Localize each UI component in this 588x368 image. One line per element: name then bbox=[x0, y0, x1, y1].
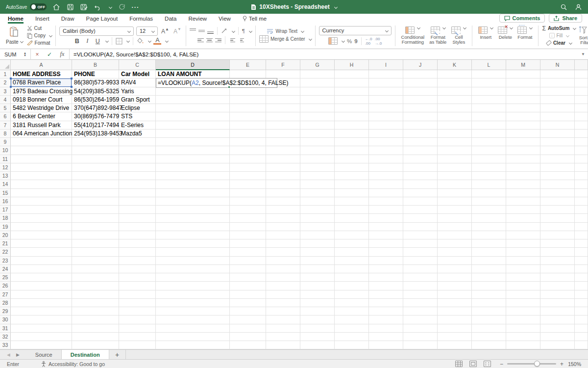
cell-L21[interactable] bbox=[472, 239, 506, 248]
row-header-4[interactable]: 4 bbox=[0, 96, 11, 104]
cell-C31[interactable] bbox=[119, 324, 156, 333]
cell-B15[interactable] bbox=[72, 189, 119, 197]
cell-G9[interactable] bbox=[300, 138, 335, 146]
cell-partial-6[interactable] bbox=[575, 112, 588, 121]
cell-J26[interactable] bbox=[403, 282, 438, 290]
cell-partial-3[interactable] bbox=[575, 87, 588, 96]
copy-chevron-icon[interactable] bbox=[49, 34, 52, 37]
cell-I26[interactable] bbox=[369, 282, 403, 290]
cell-A2[interactable]: 0768 Raven Place bbox=[11, 79, 72, 87]
cell-I25[interactable] bbox=[369, 273, 403, 282]
cell-K2[interactable] bbox=[438, 79, 472, 87]
cell-L14[interactable] bbox=[472, 180, 506, 188]
cell-K14[interactable] bbox=[438, 180, 472, 188]
undo-icon[interactable] bbox=[94, 3, 101, 11]
cell-styles-button[interactable]: CellStyles bbox=[449, 26, 468, 45]
cell-I17[interactable] bbox=[369, 206, 403, 214]
cell-A23[interactable] bbox=[11, 257, 72, 265]
cell-C14[interactable] bbox=[119, 180, 156, 188]
row-header-25[interactable]: 25 bbox=[0, 273, 11, 282]
cell-L15[interactable] bbox=[472, 189, 506, 197]
cell-H23[interactable] bbox=[335, 257, 369, 265]
cell-A29[interactable] bbox=[11, 307, 72, 315]
cell-A31[interactable] bbox=[11, 324, 72, 333]
cell-A22[interactable] bbox=[11, 248, 72, 256]
cell-K33[interactable] bbox=[438, 341, 472, 349]
sheet-next-icon[interactable]: ▶ bbox=[16, 352, 20, 357]
cell-A5[interactable]: 5482 Westridge Drive bbox=[11, 104, 72, 112]
cell-N24[interactable] bbox=[540, 265, 575, 273]
cell-I33[interactable] bbox=[369, 341, 403, 349]
cell-K9[interactable] bbox=[438, 138, 472, 146]
cell-H21[interactable] bbox=[335, 239, 369, 248]
cell-G13[interactable] bbox=[300, 172, 335, 180]
cell-H4[interactable] bbox=[335, 96, 369, 104]
cell-F15[interactable] bbox=[266, 189, 300, 197]
comma-style-button[interactable]: 9 bbox=[354, 38, 357, 44]
cell-N6[interactable] bbox=[540, 112, 575, 121]
cell-B8[interactable]: 254(953)138-9453 bbox=[72, 130, 119, 138]
bold-button[interactable]: B bbox=[73, 38, 81, 45]
cell-I9[interactable] bbox=[369, 138, 403, 146]
cell-J5[interactable] bbox=[403, 104, 438, 112]
cell-F30[interactable] bbox=[266, 315, 300, 324]
cell-K22[interactable] bbox=[438, 248, 472, 256]
cell-N16[interactable] bbox=[540, 197, 575, 206]
column-header-N[interactable]: N bbox=[540, 60, 575, 70]
cell-N33[interactable] bbox=[540, 341, 575, 349]
row-header-2[interactable]: 2 bbox=[0, 79, 11, 87]
cell-N29[interactable] bbox=[540, 307, 575, 315]
cell-partial-17[interactable] bbox=[575, 206, 588, 214]
sort-filter-button[interactable]: Sort &Filter bbox=[576, 26, 588, 46]
cell-A12[interactable] bbox=[11, 163, 72, 172]
cell-G16[interactable] bbox=[300, 197, 335, 206]
cell-F21[interactable] bbox=[266, 239, 300, 248]
expand-formula-bar-icon[interactable]: ▼ bbox=[578, 52, 588, 56]
underline-button[interactable]: U bbox=[94, 38, 101, 45]
cell-H13[interactable] bbox=[335, 172, 369, 180]
cell-F16[interactable] bbox=[266, 197, 300, 206]
cell-K5[interactable] bbox=[438, 104, 472, 112]
cell-E17[interactable] bbox=[230, 206, 266, 214]
cell-G6[interactable] bbox=[300, 112, 335, 121]
cell-F29[interactable] bbox=[266, 307, 300, 315]
cell-F31[interactable] bbox=[266, 324, 300, 333]
row-header-6[interactable]: 6 bbox=[0, 112, 11, 121]
cell-D13[interactable] bbox=[156, 172, 230, 180]
cell-partial-21[interactable] bbox=[575, 239, 588, 248]
cell-N8[interactable] bbox=[540, 130, 575, 138]
account-icon[interactable] bbox=[574, 3, 582, 11]
cell-A24[interactable] bbox=[11, 265, 72, 273]
cell-C3[interactable]: Yaris bbox=[119, 87, 156, 96]
orientation-chevron-icon[interactable] bbox=[232, 29, 235, 32]
cell-F4[interactable] bbox=[266, 96, 300, 104]
cell-M12[interactable] bbox=[506, 163, 540, 172]
cell-G19[interactable] bbox=[300, 223, 335, 231]
cell-B26[interactable] bbox=[72, 282, 119, 290]
fill-handle[interactable] bbox=[228, 86, 230, 88]
cell-partial-31[interactable] bbox=[575, 324, 588, 333]
format-cells-button[interactable]: Format bbox=[515, 26, 535, 45]
cell-N26[interactable] bbox=[540, 282, 575, 290]
paste-chevron-icon[interactable] bbox=[20, 40, 24, 43]
cell-K31[interactable] bbox=[438, 324, 472, 333]
cell-M10[interactable] bbox=[506, 146, 540, 155]
cell-H8[interactable] bbox=[335, 130, 369, 138]
cell-A26[interactable] bbox=[11, 282, 72, 290]
cell-M4[interactable] bbox=[506, 96, 540, 104]
cell-F18[interactable] bbox=[266, 214, 300, 222]
row-header-8[interactable]: 8 bbox=[0, 130, 11, 138]
cell-M33[interactable] bbox=[506, 341, 540, 349]
sheet-tab-destination[interactable]: Destination bbox=[62, 350, 109, 359]
cell-B1[interactable]: PHONE bbox=[72, 70, 119, 79]
cell-I8[interactable] bbox=[369, 130, 403, 138]
cell-F26[interactable] bbox=[266, 282, 300, 290]
cell-N25[interactable] bbox=[540, 273, 575, 282]
cell-partial-18[interactable] bbox=[575, 214, 588, 222]
cell-J29[interactable] bbox=[403, 307, 438, 315]
text-direction-chevron-icon[interactable] bbox=[249, 29, 252, 32]
cell-D26[interactable] bbox=[156, 282, 230, 290]
cell-H28[interactable] bbox=[335, 299, 369, 307]
cell-D10[interactable] bbox=[156, 146, 230, 155]
cell-B11[interactable] bbox=[72, 155, 119, 163]
